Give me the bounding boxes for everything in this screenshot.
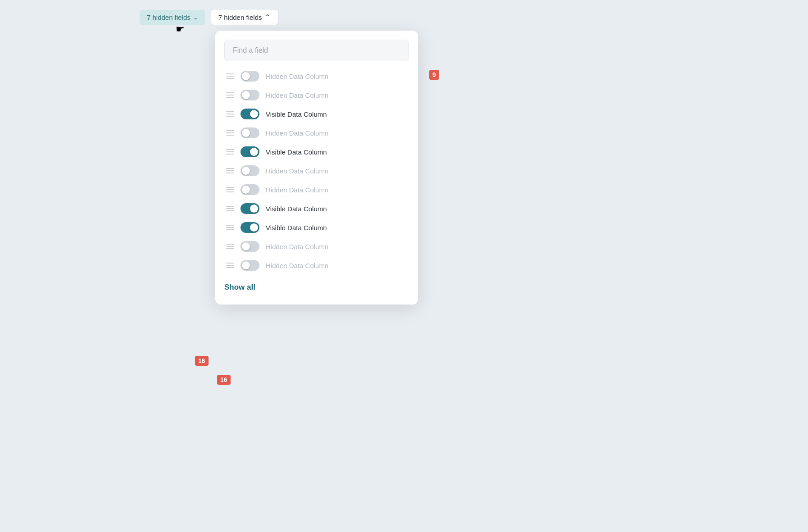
top-bar: 7 hidden fields ⌄ 7 hidden fields ⌃ — [140, 9, 278, 25]
field-label-9: Visible Data Column — [266, 224, 327, 232]
field-label-2: Hidden Data Column — [266, 91, 328, 99]
show-all-button[interactable]: Show all — [224, 281, 255, 294]
drag-handle-icon[interactable] — [226, 73, 234, 79]
drag-handle-icon[interactable] — [226, 263, 234, 268]
list-item: Visible Data Column — [224, 142, 409, 161]
field-label-4: Hidden Data Column — [266, 129, 328, 137]
drag-handle-icon[interactable] — [226, 149, 234, 155]
field-toggle-5[interactable] — [241, 146, 259, 157]
drag-handle-icon[interactable] — [226, 111, 234, 117]
field-toggle-3[interactable] — [241, 109, 259, 119]
badge-16-bottom: 16 — [217, 375, 231, 385]
field-toggle-11[interactable] — [241, 260, 259, 271]
list-item: Hidden Data Column — [224, 123, 409, 142]
list-item: Hidden Data Column — [224, 256, 409, 275]
badge-16-left: 16 — [195, 356, 209, 366]
list-item: Hidden Data Column — [224, 67, 409, 86]
badge-9: 9 — [429, 70, 439, 80]
drag-handle-icon[interactable] — [226, 225, 234, 230]
field-toggle-4[interactable] — [241, 127, 259, 138]
field-toggle-10[interactable] — [241, 241, 259, 252]
hidden-fields-btn-2[interactable]: 7 hidden fields ⌃ — [211, 9, 278, 25]
drag-handle-icon[interactable] — [226, 92, 234, 98]
field-label-5: Visible Data Column — [266, 148, 327, 156]
field-label-10: Hidden Data Column — [266, 243, 328, 250]
drag-handle-icon[interactable] — [226, 244, 234, 249]
list-item: Hidden Data Column — [224, 161, 409, 180]
list-item: Visible Data Column — [224, 105, 409, 123]
field-list: Hidden Data Column Hidden Data Column Vi… — [224, 67, 409, 275]
hidden-fields-btn-2-label: 7 hidden fields — [218, 14, 262, 21]
list-item: Hidden Data Column — [224, 237, 409, 256]
list-item: Visible Data Column — [224, 199, 409, 218]
field-label-8: Visible Data Column — [266, 205, 327, 213]
field-toggle-2[interactable] — [241, 90, 259, 100]
field-label-6: Hidden Data Column — [266, 167, 328, 175]
chevron-down-icon: ⌄ — [193, 14, 198, 21]
hidden-fields-btn-1-label: 7 hidden fields — [147, 14, 191, 21]
field-toggle-9[interactable] — [241, 222, 259, 233]
field-label-1: Hidden Data Column — [266, 73, 328, 80]
drag-handle-icon[interactable] — [226, 130, 234, 136]
hidden-fields-btn-1[interactable]: 7 hidden fields ⌄ — [140, 10, 205, 25]
chevron-up-icon: ⌃ — [265, 13, 271, 21]
drag-handle-icon[interactable] — [226, 187, 234, 192]
find-field-input[interactable] — [224, 40, 409, 61]
list-item: Hidden Data Column — [224, 86, 409, 105]
drag-handle-icon[interactable] — [226, 206, 234, 211]
field-toggle-7[interactable] — [241, 184, 259, 195]
list-item: Visible Data Column — [224, 218, 409, 237]
field-label-7: Hidden Data Column — [266, 186, 328, 194]
field-toggle-6[interactable] — [241, 165, 259, 176]
drag-handle-icon[interactable] — [226, 168, 234, 173]
field-label-3: Visible Data Column — [266, 110, 327, 118]
field-toggle-1[interactable] — [241, 71, 259, 82]
field-label-11: Hidden Data Column — [266, 262, 328, 269]
field-toggle-8[interactable] — [241, 203, 259, 214]
field-visibility-panel: Hidden Data Column Hidden Data Column Vi… — [215, 31, 418, 305]
list-item: Hidden Data Column — [224, 180, 409, 199]
